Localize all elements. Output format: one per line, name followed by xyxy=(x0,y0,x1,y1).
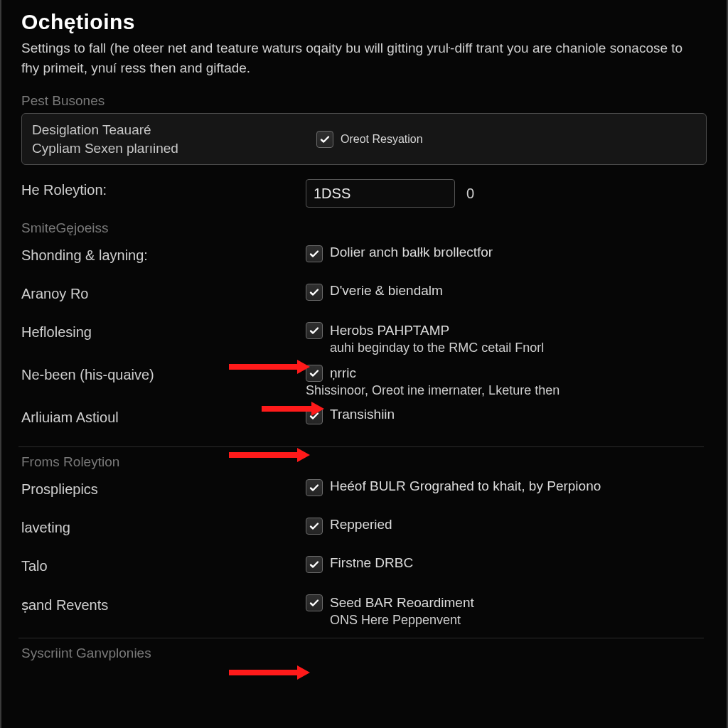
label-aranoy: Aranoy Ro xyxy=(21,283,306,302)
check-icon xyxy=(309,325,320,336)
row-laveting: laveting Repperied xyxy=(21,513,707,551)
oreot-resyation-checkbox[interactable] xyxy=(316,131,333,148)
row-nebeen: Ne-been (his-quaive) ņrric Shissinoor, O… xyxy=(21,360,707,402)
subnote-heflolesing: auhi beginday to the RMC cetail Fnorl xyxy=(330,341,544,355)
page-title: Ochętioins xyxy=(21,10,707,34)
designation-box: Desiglation Teauaré Cypliam Sexen plarıi… xyxy=(21,113,707,165)
subnote-nebeen: Shissinoor, Oreot ine imernater, Lketure… xyxy=(306,383,560,398)
designation-line2: Cypliam Sexen plarıined xyxy=(32,139,316,158)
checkbox-aranoy[interactable] xyxy=(306,284,323,301)
checkbox-laveting[interactable] xyxy=(306,518,323,535)
label-prospliepics: Prospliepics xyxy=(21,478,306,498)
row-aranoy: Aranoy Ro D'verie & biendalm xyxy=(21,279,707,317)
checkbox-sand-revents[interactable] xyxy=(306,594,323,611)
label-arliuiam: Arliuiam Astioul xyxy=(21,407,306,426)
label-laveting: laveting xyxy=(21,517,306,536)
row-talo: Talo Firstne DRBC xyxy=(21,551,707,589)
checklabel-sand-revents: Seed BAR Reoardiment xyxy=(330,595,474,611)
checklabel-heflolesing: Herobs PAHPTAMP xyxy=(330,323,449,338)
roleytion-input[interactable] xyxy=(306,179,455,208)
label-heflolesing: Heflolesing xyxy=(21,321,306,341)
check-icon xyxy=(309,482,320,493)
divider xyxy=(18,446,704,447)
checkbox-talo[interactable] xyxy=(306,556,323,573)
designation-box-left: Desiglation Teauaré Cypliam Sexen plarıi… xyxy=(32,121,316,157)
row-prospliepics: Prospliepics Heéof BULR Grograhed to kha… xyxy=(21,474,707,513)
check-icon xyxy=(309,597,320,609)
checklabel-arliuiam: Transishiin xyxy=(330,407,395,422)
section-label-pest-busones: Pest Busones xyxy=(21,93,707,109)
checkbox-arliuiam[interactable] xyxy=(306,407,323,424)
checklabel-aranoy: D'verie & biendalm xyxy=(330,283,443,299)
checklabel-laveting: Repperied xyxy=(330,517,392,532)
check-icon xyxy=(309,520,320,532)
check-icon xyxy=(309,559,320,570)
annotation-arrow-4 xyxy=(229,665,310,680)
oreot-resyation-label: Oreot Resyation xyxy=(341,133,423,146)
checklabel-talo: Firstne DRBC xyxy=(330,555,413,571)
checkbox-heflolesing[interactable] xyxy=(306,322,323,339)
subnote-sand-revents: ONS Here Peppenvent xyxy=(330,613,474,628)
section-label-syscriint: Syscriint Ganvplonies xyxy=(21,646,707,661)
label-nebeen: Ne-been (his-quaive) xyxy=(21,364,306,383)
checkbox-prospliepics[interactable] xyxy=(306,479,323,496)
roleytion-label: He Roleytion: xyxy=(21,179,306,198)
checklabel-shonding: Dolier anch balłk brollectfor xyxy=(330,245,493,260)
roleytion-row: He Roleytion: 0 xyxy=(21,175,707,213)
settings-panel: Ochętioins Settings to fall (he oteer ne… xyxy=(0,0,728,728)
section-label-froms: Froms Roleytion xyxy=(21,454,707,470)
label-sand-revents: ṣand Revents xyxy=(21,594,306,614)
divider-2 xyxy=(18,638,704,638)
row-sand-revents: ṣand Revents Seed BAR Reoardiment ONS He… xyxy=(21,589,707,632)
row-arliuiam: Arliuiam Astioul Transishiin xyxy=(21,402,707,441)
page-subtitle: Settings to fall (he oteer net and teatu… xyxy=(21,38,704,77)
row-heflolesing: Heflolesing Herobs PAHPTAMP auhi beginda… xyxy=(21,317,707,360)
section-label-smite: SmiteGęjoeiss xyxy=(21,220,707,236)
check-icon xyxy=(309,368,320,379)
roleytion-suffix: 0 xyxy=(462,186,474,202)
designation-line1: Desiglation Teauaré xyxy=(32,121,316,139)
label-talo: Talo xyxy=(21,555,306,574)
check-icon xyxy=(309,248,320,259)
check-icon xyxy=(319,134,331,145)
row-shonding: Shonding & layning: Dolier anch balłk br… xyxy=(21,240,707,279)
checkbox-shonding[interactable] xyxy=(306,245,323,262)
check-icon xyxy=(309,287,320,298)
checklabel-prospliepics: Heéof BULR Grograhed to khait, by Perpio… xyxy=(330,478,601,494)
check-icon xyxy=(309,410,320,422)
checkbox-nebeen[interactable] xyxy=(306,365,323,382)
checklabel-nebeen: ņrric xyxy=(330,365,356,381)
label-shonding: Shonding & layning: xyxy=(21,245,306,264)
